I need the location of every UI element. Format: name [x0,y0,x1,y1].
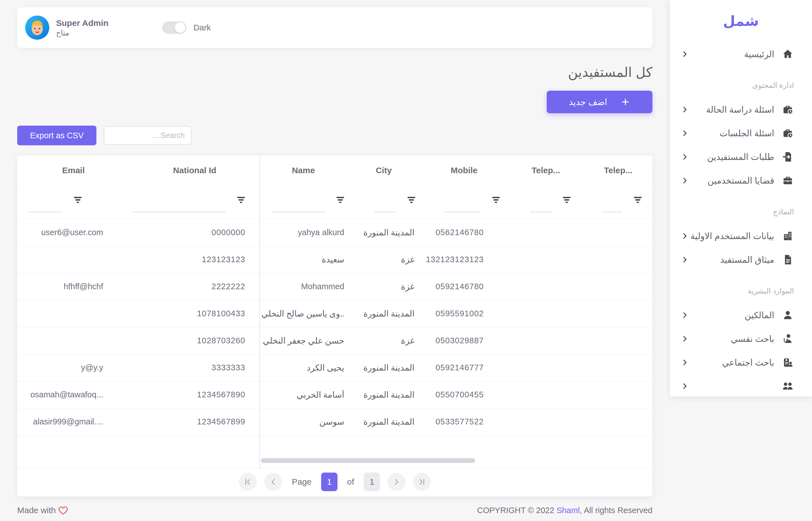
table-row[interactable]: 1078100433..وى ياسين صالح النخليالمدينة … [17,300,653,327]
cell-name: يحيى الكرد [260,363,347,372]
column-header-telephone2[interactable]: Telep... [584,165,653,175]
filter-input-telephone1[interactable] [530,200,552,212]
sidebar-item[interactable]: المالكين [670,307,812,323]
cell-national_id: 2222222 [130,282,260,291]
first-page-button[interactable] [239,473,257,491]
user-block: Super Admin متاح [56,18,109,38]
column-header-email[interactable]: Email [17,165,130,175]
pinned-column-divider [259,156,260,469]
sidebar-item-label: المالكين [745,310,774,320]
sidebar-section-label: النماذج [670,208,794,216]
table-row[interactable]: osamah@tawafoq...1234567890أسامة الحربيا… [17,381,653,408]
brand-link[interactable]: Shaml, [557,506,582,515]
copyright: COPYRIGHT © 2022 Shaml, All rights Reser… [477,506,653,515]
sidebar-item[interactable]: طلبات المستفيدين [670,149,812,165]
people-icon [782,380,794,392]
chevron-right-icon [681,129,689,137]
dark-mode-toggle[interactable] [162,21,186,34]
filter-cell-national_id [130,185,260,219]
last-page-button[interactable] [413,473,431,491]
made-with-text: Made with [17,505,56,515]
filter-icon[interactable] [237,196,245,204]
sidebar-item-label: باحث نفسي [731,334,774,344]
table-body: user6@user.com0000000yahya alkurdالمدينة… [17,219,653,435]
sidebar-item[interactable]: باحث نفسي [670,330,812,347]
chevron-left-icon [269,477,278,486]
search-input[interactable] [104,126,191,145]
sidebar-item-label: طلبات المستفيدين [707,152,774,162]
sidebar-item[interactable]: اسئلة الجلسات [670,125,812,142]
filter-icon[interactable] [633,196,642,204]
prev-page-button[interactable] [264,473,282,491]
filter-icon[interactable] [491,196,500,204]
filter-icon[interactable] [336,196,345,204]
column-header-national_id[interactable]: National Id [130,165,260,175]
filter-input-city[interactable] [375,200,396,212]
footer: Made with COPYRIGHT © 2022 Shaml, All ri… [17,505,653,516]
filter-input-national_id[interactable] [132,200,226,212]
table-row[interactable]: user6@user.com0000000yahya alkurdالمدينة… [17,219,653,246]
sidebar-item-label: ميثاق المستفيد [720,255,774,265]
sidebar-item[interactable] [670,378,812,394]
avatar[interactable] [25,16,49,40]
file-export-icon [782,151,794,163]
doctor-icon [782,333,794,345]
sidebar-item-label: الرئيسية [744,49,774,60]
cell-email: osamah@tawafoq... [17,390,130,399]
total-pages-badge: 1 [364,473,380,491]
cell-national_id: 1078100433 [130,309,260,318]
table-row[interactable]: 1028703260حسن علي جعفر النخليغزة05030298… [17,327,653,354]
filter-icon[interactable] [407,196,416,204]
cell-name: ..وى ياسين صالح النخلي [260,309,347,318]
sidebar-item[interactable]: الرئيسية [670,46,812,63]
filter-input-mobile[interactable] [444,200,481,212]
filter-cell-telephone2 [584,185,653,219]
filter-input-name[interactable] [272,200,325,212]
sidebar-item[interactable]: اسئلة دراسة الحالة [670,101,812,118]
filter-input-email[interactable] [28,200,63,212]
sidebar-item[interactable]: ميثاق المستفيد [670,251,812,268]
table-row[interactable]: hfhff@hchf2222222Mohammedغزة0592146780 [17,273,653,300]
heart-icon [58,505,69,516]
table-row[interactable]: alasir999@gmail....1234567899سوسنالمدينة… [17,408,653,435]
sidebar-nav: الرئيسية ادارة المحتوى اسئلة دراسة الحال… [670,46,812,394]
avatar-image [25,16,49,40]
sidebar-section-label: ادارة المحتوى [670,81,794,90]
horizontal-scrollbar[interactable] [261,458,475,463]
current-page-badge[interactable]: 1 [321,473,338,491]
column-header-telephone1[interactable]: Telep... [508,165,584,175]
next-page-button[interactable] [387,473,405,491]
cell-name: أسامة الحربي [260,390,347,400]
first-page-icon [243,477,253,486]
column-header-name[interactable]: Name [260,165,347,175]
add-new-button[interactable]: اضف جديد [547,91,653,113]
cell-mobile: 132123123123 [420,255,508,264]
cell-national_id: 1234567890 [130,390,260,399]
chevron-right-icon [681,255,689,264]
filter-icon[interactable] [73,196,82,204]
filter-input-telephone2[interactable] [601,200,622,212]
last-page-icon [417,477,427,486]
cell-mobile: 0533577522 [420,417,508,426]
table-row[interactable]: y@y.y3333333يحيى الكردالمدينة المنورة059… [17,354,653,381]
page-word: Page [292,477,312,486]
table-header-row: EmailNational IdNameCityMobileTelep...Te… [17,156,653,185]
cell-name: سوسن [260,417,347,427]
sidebar-item[interactable]: باحث اجتماعي [670,354,812,371]
sidebar-item[interactable]: بيانات المستخدم الاولية [670,228,812,245]
sidebar-item-label: اسئلة الجلسات [720,128,774,139]
column-header-mobile[interactable]: Mobile [420,165,508,175]
sidebar-item[interactable]: قضايا المستخدمين [670,172,812,189]
filter-icon[interactable] [562,196,571,204]
cell-name: Mohammed [260,282,347,291]
chevron-right-icon [681,311,689,319]
briefcase-clock-icon [782,104,794,116]
home-icon [782,48,794,60]
cell-name: yahya alkurd [260,228,347,237]
column-header-city[interactable]: City [347,165,420,175]
export-csv-button[interactable]: Export as CSV [17,126,97,145]
cell-mobile: 0592146780 [420,282,508,291]
toggle-knob [175,22,186,33]
table-row[interactable]: 123123123سعيدةغزة132123123123 [17,246,653,273]
chevron-right-icon [681,50,689,58]
